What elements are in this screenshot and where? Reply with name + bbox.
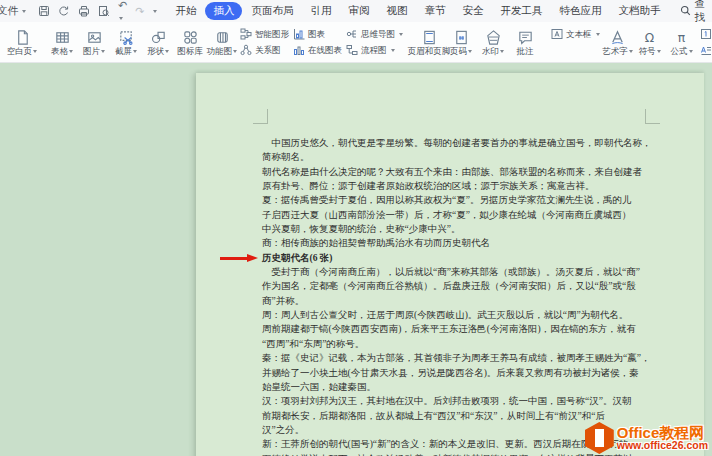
header-footer-button[interactable]: 页眉和页脚 (413, 29, 445, 56)
doc-line: 商：相传商族的始祖契曾帮助禹治水有功而历史朝代名 (262, 236, 662, 250)
chart-button[interactable]: 图表 (293, 28, 342, 40)
flowchart-icon (346, 44, 358, 56)
doc-line: 朝代名称是由什么决定的呢？大致有五个来由：由部族、部落联盟的名称而来，来自创建者 (262, 165, 662, 179)
doc-heading-line: 历史朝代名(6 张) (262, 251, 662, 265)
tab-review[interactable]: 审阅 (340, 2, 377, 20)
mindmap-button[interactable]: 思维导图 (346, 28, 403, 40)
doc-line: 中国历史悠久，朝代更是零星纷繁。每朝的创建者要首办的事就是确立国号，即朝代名称， (262, 136, 662, 150)
page-number-button[interactable]: 页码 (445, 29, 477, 56)
table-icon (54, 29, 71, 46)
document-page[interactable]: 中国历史悠久，朝代更是零星纷繁。每朝的创建者要首办的事就是确立国号，即朝代名称，… (196, 73, 704, 456)
blank-page-icon (14, 29, 31, 46)
print-icon[interactable] (78, 5, 90, 17)
tab-insert[interactable]: 插入 (205, 2, 242, 20)
site-url: www.office26.com (617, 440, 708, 451)
doc-line: 并赐给了一小块土地(今甘肃天水县，另说是陇西谷名)。后来襄又救周有功被封为诸侯，… (262, 366, 662, 380)
mindmap-icon (346, 28, 358, 40)
smartart-button[interactable]: 智能图形 (240, 28, 289, 40)
table-button[interactable]: 表格 (46, 29, 78, 56)
export-icon[interactable] (58, 5, 70, 17)
function-diagram-button[interactable]: 功能图 (206, 29, 238, 56)
tab-section[interactable]: 章节 (416, 2, 453, 20)
save-icon[interactable] (38, 5, 50, 17)
doc-line: 简称朝名。 (262, 150, 662, 164)
find-button[interactable]: 查找 (680, 0, 712, 25)
watermark-button[interactable]: 水印 (477, 29, 509, 56)
tab-security[interactable]: 安全 (454, 2, 491, 20)
tab-special-features[interactable]: 特色应用 (551, 2, 609, 20)
doc-line: 始皇统一六国，始建秦国。 (262, 380, 662, 394)
smartart-icon (240, 28, 252, 40)
site-name: Office教程网 (617, 425, 708, 441)
flowchart-button[interactable]: 流程图 (346, 44, 403, 56)
doc-line: 受封于商（今河南商丘南），以后就以“商”来称其部落（或部族）。汤灭夏后，就以“商… (262, 265, 662, 279)
page-number-icon (453, 29, 470, 46)
relation-diagram-icon (240, 44, 252, 56)
svg-text:Ω: Ω (645, 31, 654, 45)
doc-line: 商”并称。 (262, 294, 662, 308)
icon-library-icon (182, 29, 199, 46)
wordart-button[interactable]: 艺术字 (602, 29, 634, 56)
doc-line: “西周”和“东周”的称号。 (262, 337, 662, 351)
screenshot-icon (118, 29, 135, 46)
comment-icon (517, 29, 534, 46)
doc-line: 中兴夏朝，恢复夏朝的统治，史称“少康中兴”。 (262, 222, 662, 236)
online-chart-button[interactable]: 在线图表 (293, 44, 342, 56)
document-text[interactable]: 中国历史悠久，朝代更是零星纷繁。每朝的创建者要首办的事就是确立国号，即朝代名称，… (262, 136, 662, 456)
tab-home[interactable]: 开始 (167, 2, 204, 20)
icon-library-button[interactable]: 图标库 (174, 29, 206, 56)
ribbon-tabs: 开始 插入 页面布局 引用 审阅 视图 章节 安全 开发工具 特色应用 文档助手 (167, 2, 668, 20)
blank-page-button[interactable]: 空白页 (6, 29, 38, 56)
wordart-icon (609, 29, 626, 46)
doc-heading-text: 历史朝代名(6 张) (262, 253, 332, 263)
textbox-icon (551, 28, 563, 40)
office-logo-icon (585, 422, 614, 454)
chevron-down-icon (22, 10, 26, 13)
search-icon (680, 5, 691, 18)
file-menu[interactable]: 文件 (0, 2, 30, 20)
toolbar-more-icon[interactable] (153, 10, 157, 13)
function-diagram-icon (214, 29, 231, 46)
shapes-icon (150, 29, 167, 46)
insert-number-button[interactable]: 插入数字 (700, 28, 712, 40)
tab-references[interactable]: 引用 (302, 2, 339, 20)
tab-doc-assistant[interactable]: 文档助手 (610, 2, 668, 20)
doc-line: 周：周人到古公亶父时，迁居于周原(今陕西岐山)。武王灭殷以后，就以“周”为朝代名… (262, 308, 662, 322)
svg-text:π: π (678, 31, 686, 45)
insert-number-icon (700, 28, 712, 40)
redo-button[interactable]: ↷ (135, 6, 144, 17)
doc-line: 周前期建都于镐(今陕西西安西南)，后来平王东迁洛邑(今河南洛阳)，因在镐的东方，… (262, 322, 662, 336)
print-preview-icon[interactable] (98, 5, 110, 17)
relation-diagram-button[interactable]: 关系图 (240, 44, 289, 56)
margin-mark-right-icon (645, 109, 660, 124)
comment-button[interactable]: 批注 (509, 29, 541, 56)
find-label: 查找 (694, 0, 712, 25)
header-footer-icon (421, 29, 438, 46)
watermark-icon (485, 29, 502, 46)
tab-developer[interactable]: 开发工具 (492, 2, 550, 20)
title-bar: 文件 ↶ ↷ 开始 插入 页面布局 引用 审阅 视图 章节 安全 开发工具 特色… (0, 0, 712, 22)
formula-button[interactable]: π 公式 (666, 29, 698, 56)
drop-cap-icon (700, 44, 712, 56)
tab-page-layout[interactable]: 页面布局 (243, 2, 301, 20)
file-menu-label: 文件 (0, 4, 18, 18)
textbox-button[interactable]: 文本框 (551, 28, 600, 40)
picture-button[interactable]: 图片 (78, 29, 110, 56)
formula-icon: π (673, 29, 690, 46)
doc-line: 作为国名，定都亳（今河南商丘谷熟镇）。后盘庚迁殷（今河南安阳）后，又以“殷”或“… (262, 279, 662, 293)
margin-mark-left-icon (253, 109, 268, 124)
ribbon-toolbar: 空白页 表格 图片 截屏 形状 图标库 功能图 智能图形 关系图 (0, 22, 712, 63)
doc-line: 秦：据《史记》记载，本为古部落，其首领非子为周孝王养马有成绩，被周孝王赐姓为“嬴… (262, 351, 662, 365)
document-canvas[interactable]: 中国历史悠久，朝代更是零星纷繁。每朝的创建者要首办的事就是确立国号，即朝代名称，… (0, 63, 712, 456)
undo-button[interactable]: ↶ (118, 0, 127, 23)
doc-line: 夏：据传禹曾受封于夏伯，因用以称其政权为“夏”。另据历史学家范文澜先生说，禹的儿 (262, 193, 662, 207)
doc-line: 子启西迁大夏（山西南部汾浍一带）后，才称“夏”，姒少康在纶城（今河南商丘虞城西） (262, 208, 662, 222)
red-arrow-icon (220, 254, 258, 263)
tab-view[interactable]: 视图 (378, 2, 415, 20)
shapes-button[interactable]: 形状 (142, 29, 174, 56)
online-chart-icon (293, 44, 305, 56)
screenshot-button[interactable]: 截屏 (110, 29, 142, 56)
drop-cap-button[interactable]: 首字下沉 (700, 44, 712, 56)
undo-dropdown-icon[interactable] (119, 17, 123, 20)
symbol-button[interactable]: Ω 符号 (634, 29, 666, 56)
